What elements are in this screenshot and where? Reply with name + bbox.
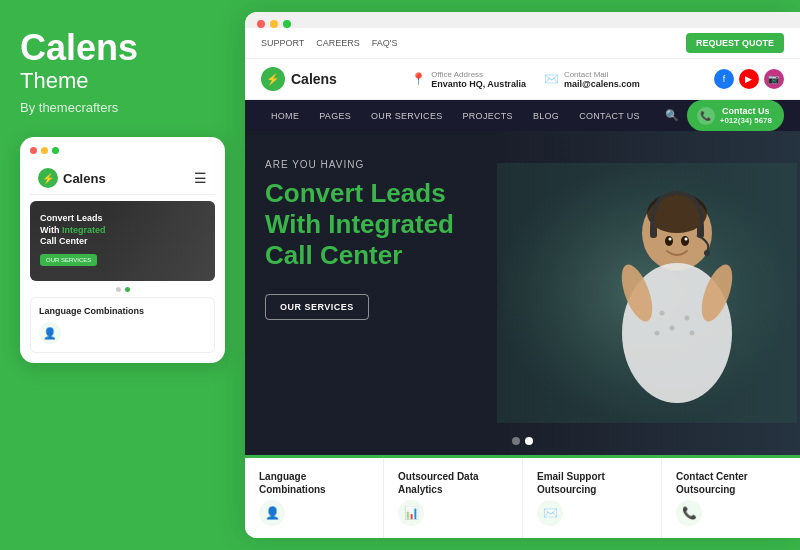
hero-person-svg — [497, 163, 797, 423]
contact-label: Contact Mail — [564, 70, 640, 79]
topbar-careers[interactable]: CAREERS — [316, 38, 360, 48]
right-panel: SUPPORT CAREERS FAQ'S REQUEST QUOTE ⚡ Ca… — [245, 12, 800, 538]
nav-projects[interactable]: PROJECTS — [453, 101, 523, 131]
nav-links: HOME PAGES OUR SERVICES PROJECTS BLOG CO… — [261, 101, 650, 131]
mockup-logo-icon: ⚡ — [38, 168, 58, 188]
office-label: Office Address — [431, 70, 526, 79]
brand-subtitle: Theme — [20, 68, 225, 94]
svg-point-8 — [670, 326, 675, 331]
mockup-card-title: Language Combinations — [39, 306, 206, 316]
person-icon: 👤 — [43, 327, 57, 340]
browser-dot-green — [283, 20, 291, 28]
service-card-icon-2: 📊 — [398, 500, 424, 526]
contact-us-label: Contact Us — [720, 106, 772, 116]
nav-home[interactable]: HOME — [261, 101, 309, 131]
logo-icon: ⚡ — [261, 67, 285, 91]
mockup-card: Language Combinations 👤 — [30, 297, 215, 353]
mockup-logo: ⚡ Calens — [38, 168, 106, 188]
nav-right: 🔍 📞 Contact Us +012(34) 5678 — [665, 100, 784, 131]
svg-point-10 — [655, 331, 660, 336]
youtube-icon[interactable]: ▶ — [739, 69, 759, 89]
svg-point-15 — [681, 236, 689, 246]
nav-contact[interactable]: CONTACT US — [569, 101, 650, 131]
brand-name: Calens — [20, 30, 225, 66]
hero-image — [495, 131, 800, 455]
service-card-email: Email SupportOutsourcing ✉️ — [523, 458, 662, 538]
service-card-analytics: Outsourced DataAnalytics 📊 — [384, 458, 523, 538]
search-icon[interactable]: 🔍 — [665, 109, 679, 122]
left-panel: Calens Theme By themecrafters ⚡ Calens ☰… — [0, 0, 245, 550]
site-header: ⚡ Calens 📍 Office Address Envanto HQ, Au… — [245, 59, 800, 100]
browser-dot-yellow — [270, 20, 278, 28]
mockup-card-icon: 👤 — [39, 322, 61, 344]
mdot-1 — [116, 287, 121, 292]
mockup-hero-title: Convert LeadsWith IntegratedCall Center — [40, 213, 205, 248]
nav-blog[interactable]: BLOG — [523, 101, 569, 131]
service-card-language: LanguageCombinations 👤 — [245, 458, 384, 538]
mockup-dots — [30, 147, 215, 154]
mockup-hero: Convert LeadsWith IntegratedCall Center … — [30, 201, 215, 281]
contact-info: ✉️ Contact Mail mail@calens.com — [544, 70, 640, 89]
mockup-hero-cta[interactable]: OUR SERVICES — [40, 254, 97, 266]
mobile-mockup: ⚡ Calens ☰ Convert LeadsWith IntegratedC… — [20, 137, 225, 363]
svg-point-7 — [660, 311, 665, 316]
instagram-icon[interactable]: 📷 — [764, 69, 784, 89]
mockup-carousel-dots — [30, 287, 215, 292]
brand-by: By themecrafters — [20, 100, 225, 115]
dot-yellow — [41, 147, 48, 154]
browser-chrome — [245, 12, 800, 28]
location-icon: 📍 — [411, 72, 426, 86]
service-card-title-1: LanguageCombinations — [259, 470, 369, 496]
service-card-icon-4: 📞 — [676, 500, 702, 526]
svg-point-9 — [685, 316, 690, 321]
logo-text: Calens — [291, 71, 337, 87]
topbar: SUPPORT CAREERS FAQ'S REQUEST QUOTE — [245, 28, 800, 59]
office-info: 📍 Office Address Envanto HQ, Australia — [411, 70, 526, 89]
contact-us-phone: +012(34) 5678 — [720, 116, 772, 125]
topbar-links: SUPPORT CAREERS FAQ'S — [261, 38, 398, 48]
website: SUPPORT CAREERS FAQ'S REQUEST QUOTE ⚡ Ca… — [245, 28, 800, 538]
svg-point-5 — [704, 250, 710, 256]
dot-red — [30, 147, 37, 154]
svg-point-14 — [665, 236, 673, 246]
hero-title-line3: Call Center — [265, 240, 402, 270]
nav-services[interactable]: OUR SERVICES — [361, 101, 452, 131]
mockup-hero-text: Convert LeadsWith IntegratedCall Center … — [40, 213, 205, 266]
phone-icon: 📞 — [697, 107, 715, 125]
site-logo: ⚡ Calens — [261, 67, 337, 91]
topbar-support[interactable]: SUPPORT — [261, 38, 304, 48]
svg-point-17 — [685, 238, 688, 241]
facebook-icon[interactable]: f — [714, 69, 734, 89]
hero-title-line1: Convert Leads — [265, 178, 446, 208]
hamburger-icon[interactable]: ☰ — [194, 170, 207, 186]
mail-icon: ✉️ — [544, 72, 559, 86]
mockup-logo-text: Calens — [63, 171, 106, 186]
mockup-navbar: ⚡ Calens ☰ — [30, 162, 215, 195]
service-cards: LanguageCombinations 👤 Outsourced DataAn… — [245, 455, 800, 538]
hero-title-highlight: Integrated — [328, 209, 454, 239]
office-value: Envanto HQ, Australia — [431, 79, 526, 89]
contact-value: mail@calens.com — [564, 79, 640, 89]
request-quote-button[interactable]: REQUEST QUOTE — [686, 33, 784, 53]
dot-green — [52, 147, 59, 154]
contact-details: Contact Mail mail@calens.com — [564, 70, 640, 89]
topbar-faqs[interactable]: FAQ'S — [372, 38, 398, 48]
hero-section: ARE YOU HAVING Convert Leads With Integr… — [245, 131, 800, 455]
browser-dot-red — [257, 20, 265, 28]
header-info: 📍 Office Address Envanto HQ, Australia ✉… — [411, 70, 640, 89]
service-card-title-4: Contact CenterOutsourcing — [676, 470, 786, 496]
service-card-title-2: Outsourced DataAnalytics — [398, 470, 508, 496]
svg-rect-3 — [650, 226, 657, 238]
contact-us-button[interactable]: 📞 Contact Us +012(34) 5678 — [687, 100, 784, 131]
svg-point-11 — [690, 331, 695, 336]
service-card-icon-1: 👤 — [259, 500, 285, 526]
office-details: Office Address Envanto HQ, Australia — [431, 70, 526, 89]
service-card-contact: Contact CenterOutsourcing 📞 — [662, 458, 800, 538]
nav-pages[interactable]: PAGES — [309, 101, 361, 131]
mdot-2 — [125, 287, 130, 292]
service-card-title-3: Email SupportOutsourcing — [537, 470, 647, 496]
social-icons: f ▶ 📷 — [714, 69, 784, 89]
contact-us-text: Contact Us +012(34) 5678 — [720, 106, 772, 125]
hero-cta-button[interactable]: OUR SERVICES — [265, 294, 369, 320]
main-nav: HOME PAGES OUR SERVICES PROJECTS BLOG CO… — [245, 100, 800, 131]
